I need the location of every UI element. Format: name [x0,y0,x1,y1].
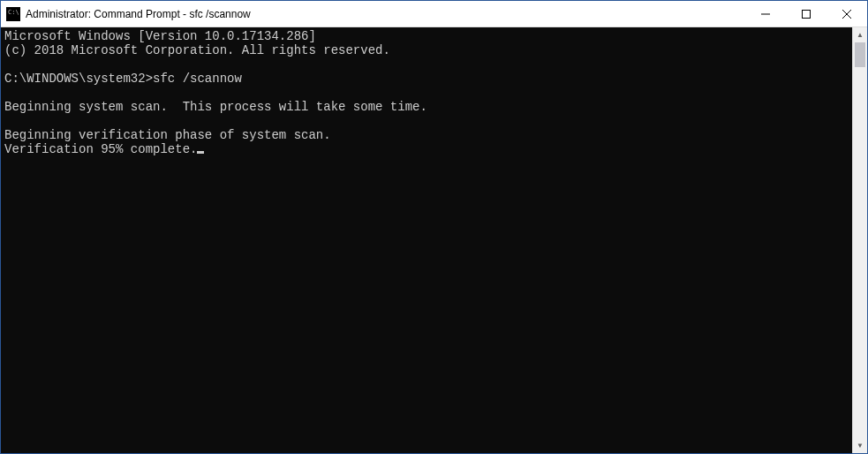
maximize-button[interactable] [786,1,826,26]
console-line: Beginning system scan. This process will… [4,100,427,114]
vertical-scrollbar[interactable]: ▲ ▼ [852,27,867,453]
console-line: Verification 95% complete. [4,142,197,156]
console-line: Beginning verification phase of system s… [4,128,331,142]
title-left: Administrator: Command Prompt - sfc /sca… [6,7,251,21]
scroll-up-arrow-icon[interactable]: ▲ [853,27,867,42]
scroll-down-arrow-icon[interactable]: ▼ [853,438,867,453]
console-output[interactable]: Microsoft Windows [Version 10.0.17134.28… [1,27,852,453]
content-wrap: Microsoft Windows [Version 10.0.17134.28… [1,27,867,453]
window-controls [745,1,867,26]
minimize-button[interactable] [745,1,786,26]
text-cursor [197,151,204,154]
svg-rect-1 [803,10,811,18]
window: Administrator: Command Prompt - sfc /sca… [0,0,868,454]
minimize-icon [761,10,770,19]
title-bar[interactable]: Administrator: Command Prompt - sfc /sca… [1,1,867,27]
scroll-thumb[interactable] [855,42,865,67]
console-line: Microsoft Windows [Version 10.0.17134.28… [4,29,316,43]
close-button[interactable] [826,1,867,26]
scroll-track[interactable] [853,42,867,438]
window-title: Administrator: Command Prompt - sfc /sca… [26,8,251,20]
cmd-icon [6,7,20,21]
console-prompt-line: C:\WINDOWS\system32>sfc /scannow [4,72,242,86]
console-line: (c) 2018 Microsoft Corporation. All righ… [4,43,390,57]
close-icon [842,10,851,19]
maximize-icon [802,10,811,19]
